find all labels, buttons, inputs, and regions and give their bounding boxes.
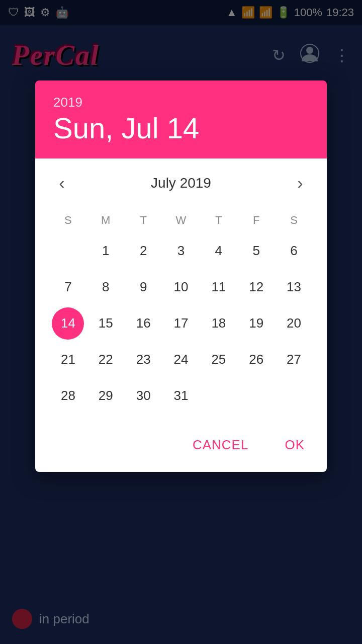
dialog-header: 2019 Sun, Jul 14 bbox=[35, 80, 327, 158]
day-empty bbox=[49, 233, 87, 269]
day-header-sun: S bbox=[49, 208, 87, 233]
day-3[interactable]: 3 bbox=[162, 233, 200, 269]
calendar-week-3: 14 15 16 17 18 19 20 bbox=[49, 305, 313, 342]
day-header-fri: F bbox=[237, 208, 275, 233]
day-25[interactable]: 25 bbox=[200, 342, 237, 378]
day-header-thu: T bbox=[200, 208, 237, 233]
next-month-button[interactable]: › bbox=[288, 171, 313, 196]
day-12[interactable]: 12 bbox=[237, 269, 275, 305]
day-header-wed: W bbox=[162, 208, 200, 233]
day-empty-2 bbox=[200, 378, 237, 414]
day-header-mon: M bbox=[87, 208, 125, 233]
day-29[interactable]: 29 bbox=[87, 378, 125, 414]
day-20[interactable]: 20 bbox=[275, 305, 313, 342]
calendar-week-1: 1 2 3 4 5 6 bbox=[49, 233, 313, 269]
calendar-grid: S M T W T F S 1 2 3 4 5 6 7 8 bbox=[49, 208, 313, 414]
day-15[interactable]: 15 bbox=[87, 305, 125, 342]
day-4[interactable]: 4 bbox=[200, 233, 237, 269]
day-9[interactable]: 9 bbox=[125, 269, 162, 305]
day-empty-4 bbox=[275, 378, 313, 414]
day-23[interactable]: 23 bbox=[125, 342, 162, 378]
day-headers-row: S M T W T F S bbox=[49, 208, 313, 233]
day-17[interactable]: 17 bbox=[162, 305, 200, 342]
day-1[interactable]: 1 bbox=[87, 233, 125, 269]
day-31[interactable]: 31 bbox=[162, 378, 200, 414]
dialog-actions: CANCEL OK bbox=[35, 424, 327, 472]
day-header-tue: T bbox=[125, 208, 162, 233]
ok-button[interactable]: OK bbox=[277, 432, 313, 458]
day-6[interactable]: 6 bbox=[275, 233, 313, 269]
day-24[interactable]: 24 bbox=[162, 342, 200, 378]
calendar-month-year: July 2019 bbox=[151, 175, 211, 191]
day-21[interactable]: 21 bbox=[49, 342, 87, 378]
day-18[interactable]: 18 bbox=[200, 305, 237, 342]
dialog-body: ‹ July 2019 › S M T W T F S 1 2 3 4 bbox=[35, 158, 327, 424]
day-13[interactable]: 13 bbox=[275, 269, 313, 305]
day-5[interactable]: 5 bbox=[237, 233, 275, 269]
day-header-sat: S bbox=[275, 208, 313, 233]
dialog-selected-date: Sun, Jul 14 bbox=[53, 112, 309, 144]
day-empty-3 bbox=[237, 378, 275, 414]
day-8[interactable]: 8 bbox=[87, 269, 125, 305]
calendar-week-5: 28 29 30 31 bbox=[49, 378, 313, 414]
day-27[interactable]: 27 bbox=[275, 342, 313, 378]
cancel-button[interactable]: CANCEL bbox=[185, 432, 256, 458]
day-30[interactable]: 30 bbox=[125, 378, 162, 414]
day-26[interactable]: 26 bbox=[237, 342, 275, 378]
day-22[interactable]: 22 bbox=[87, 342, 125, 378]
day-14-selected[interactable]: 14 bbox=[52, 307, 84, 340]
calendar-week-4: 21 22 23 24 25 26 27 bbox=[49, 342, 313, 378]
day-16[interactable]: 16 bbox=[125, 305, 162, 342]
day-19[interactable]: 19 bbox=[237, 305, 275, 342]
day-10[interactable]: 10 bbox=[162, 269, 200, 305]
calendar-week-2: 7 8 9 10 11 12 13 bbox=[49, 269, 313, 305]
day-2[interactable]: 2 bbox=[125, 233, 162, 269]
dialog-year: 2019 bbox=[53, 95, 309, 110]
day-7[interactable]: 7 bbox=[49, 269, 87, 305]
prev-month-button[interactable]: ‹ bbox=[49, 171, 74, 196]
day-28[interactable]: 28 bbox=[49, 378, 87, 414]
calendar-navigation: ‹ July 2019 › bbox=[49, 171, 313, 196]
day-11[interactable]: 11 bbox=[200, 269, 237, 305]
date-picker-dialog: 2019 Sun, Jul 14 ‹ July 2019 › S M T W T… bbox=[35, 80, 327, 472]
